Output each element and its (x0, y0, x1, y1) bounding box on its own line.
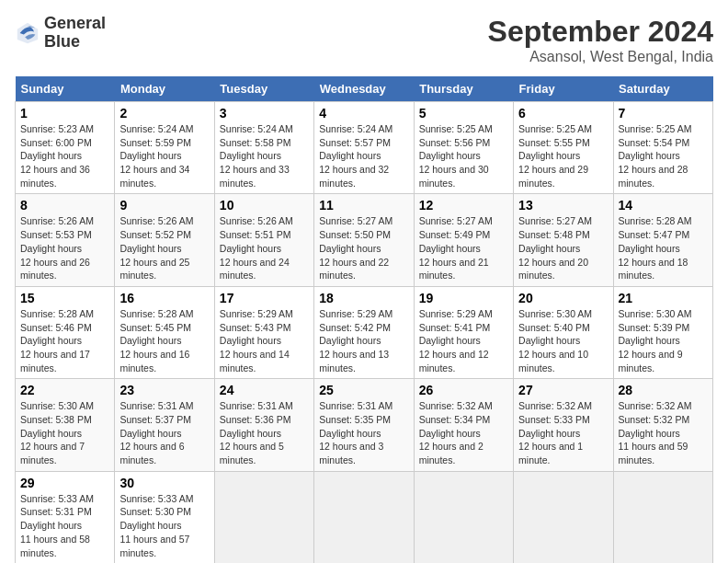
calendar-cell (314, 471, 414, 563)
weekday-header-thursday: Thursday (414, 76, 513, 102)
weekday-header-wednesday: Wednesday (314, 76, 414, 102)
day-info: Sunrise: 5:32 AMSunset: 5:33 PMDaylight … (518, 400, 592, 465)
calendar-cell: 17 Sunrise: 5:29 AMSunset: 5:43 PMDaylig… (214, 286, 313, 378)
day-info: Sunrise: 5:30 AMSunset: 5:38 PMDaylight … (20, 400, 94, 465)
logo-text: General Blue (44, 15, 106, 52)
day-info: Sunrise: 5:29 AMSunset: 5:43 PMDaylight … (220, 308, 293, 373)
calendar-cell: 23 Sunrise: 5:31 AMSunset: 5:37 PMDaylig… (115, 379, 214, 471)
weekday-header-friday: Friday (514, 76, 613, 102)
calendar-cell: 29 Sunrise: 5:33 AMSunset: 5:31 PMDaylig… (16, 471, 115, 563)
day-info: Sunrise: 5:33 AMSunset: 5:30 PMDaylight … (119, 493, 193, 558)
day-number: 20 (518, 291, 608, 305)
day-number: 17 (220, 291, 309, 305)
week-row-3: 15 Sunrise: 5:28 AMSunset: 5:46 PMDaylig… (16, 286, 713, 378)
day-number: 6 (518, 106, 608, 121)
day-info: Sunrise: 5:31 AMSunset: 5:37 PMDaylight … (119, 400, 193, 465)
day-number: 4 (319, 106, 408, 121)
day-info: Sunrise: 5:31 AMSunset: 5:36 PMDaylight … (220, 400, 293, 465)
calendar-cell: 5 Sunrise: 5:25 AMSunset: 5:56 PMDayligh… (414, 102, 513, 194)
calendar-cell: 3 Sunrise: 5:24 AMSunset: 5:58 PMDayligh… (214, 102, 313, 194)
weekday-header-monday: Monday (115, 76, 214, 102)
calendar-cell: 18 Sunrise: 5:29 AMSunset: 5:42 PMDaylig… (314, 286, 414, 378)
weekday-header-tuesday: Tuesday (214, 76, 313, 102)
calendar-cell: 2 Sunrise: 5:24 AMSunset: 5:59 PMDayligh… (115, 102, 214, 194)
day-info: Sunrise: 5:31 AMSunset: 5:35 PMDaylight … (319, 400, 392, 465)
day-number: 7 (619, 106, 708, 121)
title-area: September 2024 Asansol, West Bengal, Ind… (488, 15, 713, 65)
day-info: Sunrise: 5:24 AMSunset: 5:58 PMDaylight … (220, 123, 293, 189)
calendar-cell: 7 Sunrise: 5:25 AMSunset: 5:54 PMDayligh… (613, 102, 712, 194)
location-subtitle: Asansol, West Bengal, India (488, 49, 713, 65)
day-info: Sunrise: 5:27 AMSunset: 5:49 PMDaylight … (419, 215, 493, 281)
day-info: Sunrise: 5:30 AMSunset: 5:39 PMDaylight … (619, 308, 692, 373)
month-title: September 2024 (488, 15, 713, 49)
day-number: 15 (20, 291, 109, 305)
logo-icon (15, 20, 40, 46)
calendar-cell: 9 Sunrise: 5:26 AMSunset: 5:52 PMDayligh… (115, 194, 214, 286)
day-number: 13 (518, 198, 608, 213)
day-number: 19 (419, 291, 508, 305)
day-info: Sunrise: 5:25 AMSunset: 5:56 PMDaylight … (419, 123, 493, 189)
day-number: 10 (220, 198, 309, 213)
day-info: Sunrise: 5:33 AMSunset: 5:31 PMDaylight … (20, 493, 94, 558)
calendar-cell: 16 Sunrise: 5:28 AMSunset: 5:45 PMDaylig… (115, 286, 214, 378)
day-number: 25 (319, 383, 408, 397)
day-info: Sunrise: 5:25 AMSunset: 5:54 PMDaylight … (619, 123, 692, 189)
day-info: Sunrise: 5:24 AMSunset: 5:57 PMDaylight … (319, 123, 392, 189)
page-header: General Blue September 2024 Asansol, Wes… (15, 15, 713, 65)
week-row-1: 1 Sunrise: 5:23 AMSunset: 6:00 PMDayligh… (16, 102, 713, 194)
day-info: Sunrise: 5:25 AMSunset: 5:55 PMDaylight … (518, 123, 592, 189)
calendar-cell: 11 Sunrise: 5:27 AMSunset: 5:50 PMDaylig… (314, 194, 414, 286)
day-number: 5 (419, 106, 508, 121)
day-info: Sunrise: 5:26 AMSunset: 5:51 PMDaylight … (220, 215, 293, 281)
day-info: Sunrise: 5:26 AMSunset: 5:53 PMDaylight … (20, 215, 94, 281)
calendar-cell: 21 Sunrise: 5:30 AMSunset: 5:39 PMDaylig… (613, 286, 712, 378)
day-info: Sunrise: 5:28 AMSunset: 5:45 PMDaylight … (119, 308, 193, 373)
calendar-cell: 20 Sunrise: 5:30 AMSunset: 5:40 PMDaylig… (514, 286, 613, 378)
calendar-cell: 22 Sunrise: 5:30 AMSunset: 5:38 PMDaylig… (16, 379, 115, 471)
day-number: 16 (119, 291, 209, 305)
calendar-cell (414, 471, 513, 563)
day-number: 12 (419, 198, 508, 213)
week-row-5: 29 Sunrise: 5:33 AMSunset: 5:31 PMDaylig… (16, 471, 713, 563)
calendar-cell: 6 Sunrise: 5:25 AMSunset: 5:55 PMDayligh… (514, 102, 613, 194)
calendar-cell: 13 Sunrise: 5:27 AMSunset: 5:48 PMDaylig… (514, 194, 613, 286)
day-number: 29 (20, 476, 109, 490)
day-number: 8 (20, 198, 109, 213)
weekday-header-row: SundayMondayTuesdayWednesdayThursdayFrid… (16, 76, 713, 102)
week-row-4: 22 Sunrise: 5:30 AMSunset: 5:38 PMDaylig… (16, 379, 713, 471)
day-info: Sunrise: 5:28 AMSunset: 5:47 PMDaylight … (619, 215, 692, 281)
day-info: Sunrise: 5:32 AMSunset: 5:34 PMDaylight … (419, 400, 493, 465)
day-number: 3 (220, 106, 309, 121)
day-number: 1 (20, 106, 109, 121)
day-number: 14 (619, 198, 708, 213)
day-number: 9 (119, 198, 209, 213)
calendar-cell (214, 471, 313, 563)
day-number: 11 (319, 198, 408, 213)
calendar-cell (514, 471, 613, 563)
day-number: 23 (119, 383, 209, 397)
day-number: 30 (119, 476, 209, 490)
day-info: Sunrise: 5:23 AMSunset: 6:00 PMDaylight … (20, 123, 94, 189)
week-row-2: 8 Sunrise: 5:26 AMSunset: 5:53 PMDayligh… (16, 194, 713, 286)
day-number: 21 (619, 291, 708, 305)
day-number: 24 (220, 383, 309, 397)
calendar-cell (613, 471, 712, 563)
day-info: Sunrise: 5:24 AMSunset: 5:59 PMDaylight … (119, 123, 193, 189)
calendar-cell: 19 Sunrise: 5:29 AMSunset: 5:41 PMDaylig… (414, 286, 513, 378)
calendar-table: SundayMondayTuesdayWednesdayThursdayFrid… (15, 76, 713, 563)
calendar-cell: 15 Sunrise: 5:28 AMSunset: 5:46 PMDaylig… (16, 286, 115, 378)
calendar-cell: 8 Sunrise: 5:26 AMSunset: 5:53 PMDayligh… (16, 194, 115, 286)
day-info: Sunrise: 5:29 AMSunset: 5:41 PMDaylight … (419, 308, 493, 373)
calendar-cell: 25 Sunrise: 5:31 AMSunset: 5:35 PMDaylig… (314, 379, 414, 471)
day-info: Sunrise: 5:29 AMSunset: 5:42 PMDaylight … (319, 308, 392, 373)
calendar-cell: 10 Sunrise: 5:26 AMSunset: 5:51 PMDaylig… (214, 194, 313, 286)
day-info: Sunrise: 5:27 AMSunset: 5:50 PMDaylight … (319, 215, 392, 281)
weekday-header-saturday: Saturday (613, 76, 712, 102)
logo: General Blue (15, 15, 106, 52)
day-info: Sunrise: 5:32 AMSunset: 5:32 PMDaylight … (619, 400, 692, 465)
day-number: 22 (20, 383, 109, 397)
calendar-cell: 26 Sunrise: 5:32 AMSunset: 5:34 PMDaylig… (414, 379, 513, 471)
calendar-cell: 12 Sunrise: 5:27 AMSunset: 5:49 PMDaylig… (414, 194, 513, 286)
day-number: 2 (119, 106, 209, 121)
